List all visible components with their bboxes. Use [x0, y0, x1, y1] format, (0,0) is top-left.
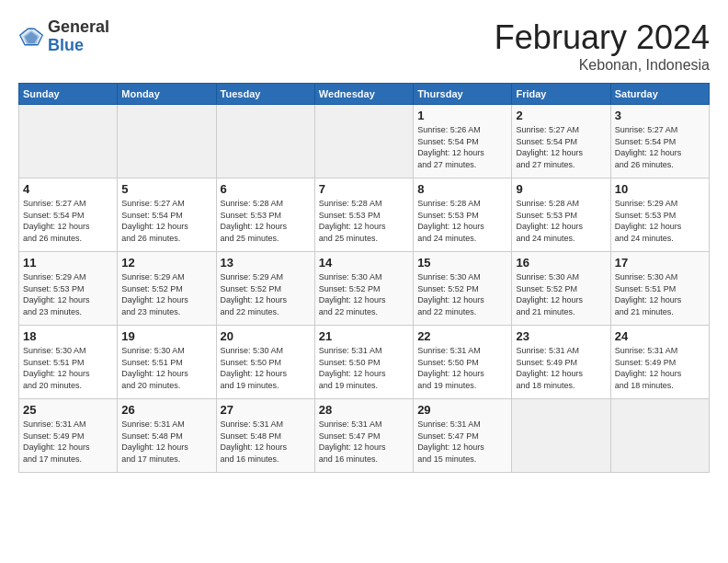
- cell-info: Sunrise: 5:26 AM Sunset: 5:54 PM Dayligh…: [417, 124, 507, 170]
- day-number: 6: [221, 182, 311, 196]
- day-number: 2: [516, 109, 606, 122]
- calendar-cell: 19Sunrise: 5:30 AM Sunset: 5:51 PM Dayli…: [118, 326, 216, 399]
- day-number: 16: [516, 256, 606, 270]
- day-number: 27: [221, 403, 311, 417]
- day-number: 23: [516, 329, 606, 343]
- cell-info: Sunrise: 5:31 AM Sunset: 5:49 PM Dayligh…: [615, 345, 705, 391]
- cell-info: Sunrise: 5:31 AM Sunset: 5:50 PM Dayligh…: [417, 345, 507, 391]
- calendar-cell: 28Sunrise: 5:31 AM Sunset: 5:47 PM Dayli…: [314, 399, 413, 473]
- day-number: 9: [516, 182, 606, 196]
- cell-info: Sunrise: 5:27 AM Sunset: 5:54 PM Dayligh…: [121, 198, 211, 244]
- cell-info: Sunrise: 5:31 AM Sunset: 5:47 PM Dayligh…: [417, 419, 507, 465]
- title-block: February 2024 Kebonan, Indonesia: [495, 18, 710, 74]
- day-number: 15: [417, 256, 507, 270]
- calendar-cell: [512, 399, 610, 473]
- day-number: 8: [417, 182, 507, 196]
- calendar-cell: 24Sunrise: 5:31 AM Sunset: 5:49 PM Dayli…: [610, 326, 709, 399]
- cell-info: Sunrise: 5:28 AM Sunset: 5:53 PM Dayligh…: [319, 198, 409, 244]
- day-number: 28: [319, 403, 409, 417]
- cell-info: Sunrise: 5:30 AM Sunset: 5:52 PM Dayligh…: [516, 271, 606, 317]
- cell-info: Sunrise: 5:30 AM Sunset: 5:51 PM Dayligh…: [23, 345, 113, 391]
- location-subtitle: Kebonan, Indonesia: [495, 57, 710, 74]
- day-number: 3: [615, 109, 705, 122]
- cell-info: Sunrise: 5:27 AM Sunset: 5:54 PM Dayligh…: [516, 124, 606, 170]
- day-number: 10: [615, 182, 705, 196]
- day-number: 20: [221, 329, 311, 343]
- day-number: 4: [23, 182, 113, 196]
- calendar-cell: 2Sunrise: 5:27 AM Sunset: 5:54 PM Daylig…: [512, 105, 610, 178]
- day-number: 24: [615, 329, 705, 343]
- calendar-header-row: SundayMondayTuesdayWednesdayThursdayFrid…: [19, 84, 710, 105]
- cell-info: Sunrise: 5:29 AM Sunset: 5:52 PM Dayligh…: [221, 271, 311, 317]
- calendar-cell: 15Sunrise: 5:30 AM Sunset: 5:52 PM Dayli…: [414, 252, 512, 326]
- header-wednesday: Wednesday: [314, 84, 413, 105]
- day-number: 7: [319, 182, 409, 196]
- day-number: 12: [121, 256, 211, 270]
- header-monday: Monday: [118, 84, 216, 105]
- cell-info: Sunrise: 5:28 AM Sunset: 5:53 PM Dayligh…: [221, 198, 311, 244]
- calendar-cell: 29Sunrise: 5:31 AM Sunset: 5:47 PM Dayli…: [414, 399, 512, 473]
- calendar-cell: 11Sunrise: 5:29 AM Sunset: 5:53 PM Dayli…: [19, 252, 118, 326]
- calendar-cell: 27Sunrise: 5:31 AM Sunset: 5:48 PM Dayli…: [216, 399, 314, 473]
- cell-info: Sunrise: 5:29 AM Sunset: 5:53 PM Dayligh…: [23, 271, 113, 317]
- calendar-cell: 9Sunrise: 5:28 AM Sunset: 5:53 PM Daylig…: [512, 178, 610, 252]
- header-tuesday: Tuesday: [216, 84, 314, 105]
- cell-info: Sunrise: 5:28 AM Sunset: 5:53 PM Dayligh…: [417, 198, 507, 244]
- calendar-cell: 3Sunrise: 5:27 AM Sunset: 5:54 PM Daylig…: [610, 105, 709, 178]
- calendar-cell: 22Sunrise: 5:31 AM Sunset: 5:50 PM Dayli…: [414, 326, 512, 399]
- calendar-cell: 16Sunrise: 5:30 AM Sunset: 5:52 PM Dayli…: [512, 252, 610, 326]
- calendar-cell: [610, 399, 709, 473]
- calendar-cell: 20Sunrise: 5:30 AM Sunset: 5:50 PM Dayli…: [216, 326, 314, 399]
- day-number: 13: [221, 256, 311, 270]
- calendar-cell: 10Sunrise: 5:29 AM Sunset: 5:53 PM Dayli…: [610, 178, 709, 252]
- calendar-week-2: 4Sunrise: 5:27 AM Sunset: 5:54 PM Daylig…: [19, 178, 710, 252]
- calendar-cell: 1Sunrise: 5:26 AM Sunset: 5:54 PM Daylig…: [414, 105, 512, 178]
- calendar-cell: 5Sunrise: 5:27 AM Sunset: 5:54 PM Daylig…: [118, 178, 216, 252]
- calendar-cell: [314, 105, 413, 178]
- page-header: General Blue February 2024 Kebonan, Indo…: [18, 18, 710, 74]
- calendar-cell: 7Sunrise: 5:28 AM Sunset: 5:53 PM Daylig…: [314, 178, 413, 252]
- header-sunday: Sunday: [19, 84, 118, 105]
- cell-info: Sunrise: 5:30 AM Sunset: 5:50 PM Dayligh…: [221, 345, 311, 391]
- day-number: 1: [417, 109, 507, 122]
- cell-info: Sunrise: 5:28 AM Sunset: 5:53 PM Dayligh…: [516, 198, 606, 244]
- calendar-cell: [118, 105, 216, 178]
- logo-general-text: General: [48, 18, 109, 37]
- calendar-cell: 18Sunrise: 5:30 AM Sunset: 5:51 PM Dayli…: [19, 326, 118, 399]
- cell-info: Sunrise: 5:29 AM Sunset: 5:53 PM Dayligh…: [615, 198, 705, 244]
- cell-info: Sunrise: 5:27 AM Sunset: 5:54 PM Dayligh…: [615, 124, 705, 170]
- cell-info: Sunrise: 5:31 AM Sunset: 5:50 PM Dayligh…: [319, 345, 409, 391]
- day-number: 21: [319, 329, 409, 343]
- calendar-cell: [216, 105, 314, 178]
- calendar-cell: 17Sunrise: 5:30 AM Sunset: 5:51 PM Dayli…: [610, 252, 709, 326]
- day-number: 18: [23, 329, 113, 343]
- day-number: 17: [615, 256, 705, 270]
- calendar-cell: 12Sunrise: 5:29 AM Sunset: 5:52 PM Dayli…: [118, 252, 216, 326]
- day-number: 22: [417, 329, 507, 343]
- logo: General Blue: [18, 18, 109, 55]
- day-number: 25: [23, 403, 113, 417]
- calendar-cell: [19, 105, 118, 178]
- calendar-week-1: 1Sunrise: 5:26 AM Sunset: 5:54 PM Daylig…: [19, 105, 710, 178]
- calendar-week-5: 25Sunrise: 5:31 AM Sunset: 5:49 PM Dayli…: [19, 399, 710, 473]
- calendar-table: SundayMondayTuesdayWednesdayThursdayFrid…: [18, 83, 710, 473]
- logo-text: General Blue: [48, 18, 109, 55]
- cell-info: Sunrise: 5:29 AM Sunset: 5:52 PM Dayligh…: [121, 271, 211, 317]
- cell-info: Sunrise: 5:27 AM Sunset: 5:54 PM Dayligh…: [23, 198, 113, 244]
- cell-info: Sunrise: 5:31 AM Sunset: 5:47 PM Dayligh…: [319, 419, 409, 465]
- logo-blue-text: Blue: [48, 37, 109, 55]
- day-number: 26: [121, 403, 211, 417]
- calendar-cell: 13Sunrise: 5:29 AM Sunset: 5:52 PM Dayli…: [216, 252, 314, 326]
- cell-info: Sunrise: 5:30 AM Sunset: 5:51 PM Dayligh…: [121, 345, 211, 391]
- calendar-cell: 14Sunrise: 5:30 AM Sunset: 5:52 PM Dayli…: [314, 252, 413, 326]
- day-number: 5: [121, 182, 211, 196]
- calendar-cell: 4Sunrise: 5:27 AM Sunset: 5:54 PM Daylig…: [19, 178, 118, 252]
- calendar-cell: 6Sunrise: 5:28 AM Sunset: 5:53 PM Daylig…: [216, 178, 314, 252]
- calendar-cell: 26Sunrise: 5:31 AM Sunset: 5:48 PM Dayli…: [118, 399, 216, 473]
- calendar-week-3: 11Sunrise: 5:29 AM Sunset: 5:53 PM Dayli…: [19, 252, 710, 326]
- day-number: 29: [417, 403, 507, 417]
- cell-info: Sunrise: 5:31 AM Sunset: 5:49 PM Dayligh…: [516, 345, 606, 391]
- day-number: 11: [23, 256, 113, 270]
- cell-info: Sunrise: 5:30 AM Sunset: 5:52 PM Dayligh…: [319, 271, 409, 317]
- calendar-cell: 23Sunrise: 5:31 AM Sunset: 5:49 PM Dayli…: [512, 326, 610, 399]
